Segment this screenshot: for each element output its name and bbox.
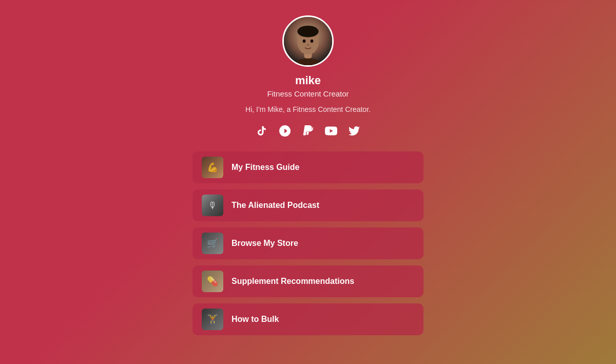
fitness-guide-label: My Fitness Guide: [232, 163, 299, 172]
bulk-label: How to Bulk: [232, 315, 279, 324]
tiktok-icon[interactable]: [256, 125, 267, 137]
fitness-guide-thumbnail: 💪: [202, 157, 223, 178]
supplements-thumbnail: 💊: [202, 271, 223, 292]
podcast-thumbnail: 🎙: [202, 195, 223, 216]
podcast-label: The Alienated Podcast: [232, 201, 319, 210]
bulk-thumbnail: 🏋: [202, 309, 223, 330]
fitness-guide-button[interactable]: 💪 My Fitness Guide: [192, 151, 424, 183]
store-thumbnail: 🛒: [202, 233, 223, 254]
podcast-button[interactable]: 🎙 The Alienated Podcast: [192, 189, 424, 221]
store-button[interactable]: 🛒 Browse My Store: [192, 227, 424, 259]
page-container: mike Fitness Content Creator Hi, I'm Mik…: [180, 15, 436, 335]
paypal-icon[interactable]: [302, 125, 314, 137]
username: mike: [295, 74, 321, 87]
bulk-button[interactable]: 🏋 How to Bulk: [192, 303, 424, 335]
youtube-icon[interactable]: [325, 125, 337, 137]
supplements-label: Supplement Recommendations: [232, 277, 354, 286]
svg-point-8: [297, 29, 318, 54]
avatar: [282, 15, 334, 67]
links-list: 💪 My Fitness Guide 🎙 The Alienated Podca…: [192, 151, 424, 335]
bio: Hi, I'm Mike, a Fitness Content Creator.: [245, 105, 371, 113]
store-label: Browse My Store: [232, 239, 298, 248]
social-icons-row: [256, 125, 360, 137]
onlyfans-icon[interactable]: [279, 125, 291, 137]
twitter-icon[interactable]: [349, 125, 360, 137]
supplements-button[interactable]: 💊 Supplement Recommendations: [192, 265, 424, 297]
tagline: Fitness Content Creator: [267, 89, 349, 98]
